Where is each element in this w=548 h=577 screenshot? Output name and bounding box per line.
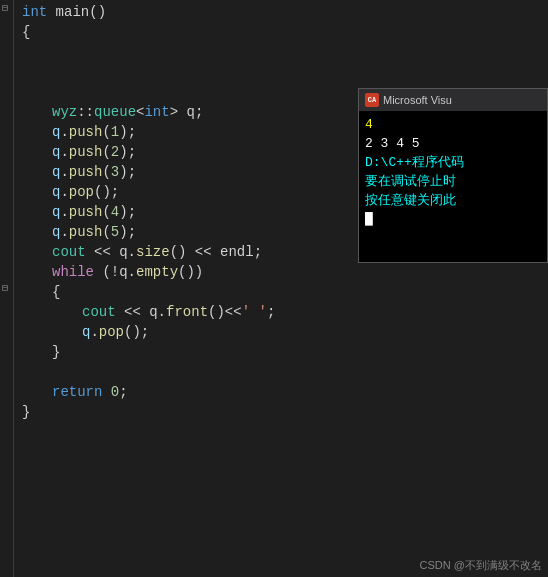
code-token: (); <box>124 322 149 342</box>
terminal-line: 按任意键关闭此 <box>365 191 541 210</box>
code-line <box>22 362 548 382</box>
code-token: q <box>52 122 60 142</box>
terminal-body: 42 3 4 5D:\C++程序代码要在调试停止时按任意键关闭此█ <box>359 111 547 233</box>
code-token: while <box>52 262 94 282</box>
code-token: push <box>69 202 103 222</box>
code-token: . <box>60 222 68 242</box>
code-token: q <box>52 202 60 222</box>
code-token: . <box>60 202 68 222</box>
terminal-title: Microsoft Visu <box>383 94 452 106</box>
code-token: pop <box>69 182 94 202</box>
code-token: (!q. <box>94 262 136 282</box>
code-token: q <box>52 182 60 202</box>
code-token: ); <box>119 122 136 142</box>
code-token: ( <box>102 162 110 182</box>
editor-area: ⊟ ⊟ int main(){wyz::queue<int> q;q.push(… <box>0 0 548 577</box>
code-token: ' <box>258 302 266 322</box>
code-token: ( <box>102 202 110 222</box>
code-token: ; <box>119 382 127 402</box>
code-token: ( <box>102 222 110 242</box>
code-token <box>250 302 258 322</box>
code-token: 1 <box>111 122 119 142</box>
code-token: (); <box>94 182 119 202</box>
code-token: . <box>60 182 68 202</box>
code-token: ()<< <box>208 302 242 322</box>
terminal-line: D:\C++程序代码 <box>365 153 541 172</box>
code-token: front <box>166 302 208 322</box>
code-line: cout << q.front()<<' '; <box>22 302 548 322</box>
gutter: ⊟ ⊟ <box>0 0 14 577</box>
code-token: q <box>82 322 90 342</box>
terminal-title-bar: CA Microsoft Visu <box>359 89 547 111</box>
terminal-line: 4 <box>365 115 541 134</box>
code-token: ); <box>119 202 136 222</box>
code-token: main() <box>47 2 106 22</box>
code-token: . <box>60 142 68 162</box>
code-token: } <box>52 342 60 362</box>
terminal-line: █ <box>365 210 541 229</box>
code-token: ); <box>119 162 136 182</box>
code-token <box>102 382 110 402</box>
code-token: 3 <box>111 162 119 182</box>
code-token: 4 <box>111 202 119 222</box>
code-token: int <box>144 102 169 122</box>
terminal-line: 要在调试停止时 <box>365 172 541 191</box>
code-line: int main() <box>22 2 548 22</box>
code-token: wyz <box>52 102 77 122</box>
code-line: } <box>22 342 548 362</box>
code-token: 5 <box>111 222 119 242</box>
code-token: push <box>69 222 103 242</box>
code-token: cout <box>52 242 86 262</box>
code-token: > q; <box>170 102 204 122</box>
code-token: return <box>52 382 102 402</box>
code-token: ); <box>119 142 136 162</box>
code-token: << q. <box>116 302 166 322</box>
code-token: . <box>90 322 98 342</box>
code-line: return 0; <box>22 382 548 402</box>
code-token: q <box>52 142 60 162</box>
code-token: () << endl; <box>170 242 262 262</box>
code-token: < <box>136 102 144 122</box>
code-token: pop <box>99 322 124 342</box>
code-token: ()) <box>178 262 203 282</box>
code-token: . <box>60 122 68 142</box>
code-token: ' <box>242 302 250 322</box>
code-line: { <box>22 22 548 42</box>
code-line: while (!q.empty()) <box>22 262 548 282</box>
fold-mid[interactable]: ⊟ <box>2 282 8 294</box>
terminal-app-icon: CA <box>365 93 379 107</box>
terminal-line: 2 3 4 5 <box>365 134 541 153</box>
code-token: cout <box>82 302 116 322</box>
code-token: } <box>22 402 30 422</box>
code-container: ⊟ ⊟ int main(){wyz::queue<int> q;q.push(… <box>0 0 548 577</box>
code-token: ; <box>267 302 275 322</box>
code-token: push <box>69 162 103 182</box>
fold-top[interactable]: ⊟ <box>2 2 8 14</box>
code-line: q.pop(); <box>22 322 548 342</box>
code-line <box>22 42 548 62</box>
code-token: push <box>69 122 103 142</box>
code-line <box>22 62 548 82</box>
code-token: 2 <box>111 142 119 162</box>
code-token: size <box>136 242 170 262</box>
code-token: { <box>52 282 60 302</box>
terminal-window: CA Microsoft Visu 42 3 4 5D:\C++程序代码要在调试… <box>358 88 548 263</box>
code-token: int <box>22 2 47 22</box>
code-token: . <box>60 162 68 182</box>
code-line: } <box>22 402 548 422</box>
code-token: :: <box>77 102 94 122</box>
code-token: q <box>52 222 60 242</box>
code-token: empty <box>136 262 178 282</box>
code-token: queue <box>94 102 136 122</box>
code-token: ( <box>102 142 110 162</box>
watermark: CSDN @不到满级不改名 <box>420 558 542 573</box>
code-token: 0 <box>111 382 119 402</box>
code-token: << q. <box>86 242 136 262</box>
code-token: ); <box>119 222 136 242</box>
code-token: ( <box>102 122 110 142</box>
code-token: { <box>22 22 30 42</box>
code-content: int main(){wyz::queue<int> q;q.push(1);q… <box>14 0 548 577</box>
code-line: { <box>22 282 548 302</box>
code-token: q <box>52 162 60 182</box>
code-token: push <box>69 142 103 162</box>
